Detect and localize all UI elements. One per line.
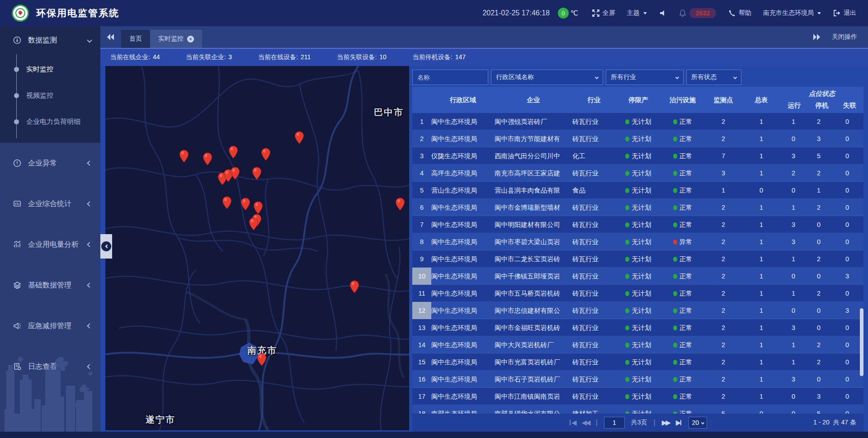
page-number-input[interactable] [604,417,625,429]
cell-total-meter: 1 [742,290,780,297]
map-marker[interactable] [253,201,263,214]
table-row[interactable]: 2阆中生态环境局阆中市南方节能建材有砖瓦行业无计划正常21030 [412,130,863,147]
map-marker[interactable] [395,198,405,211]
map-marker[interactable] [252,167,262,180]
cell-lost: 0 [831,290,863,297]
col-industry: 行业 [572,96,616,104]
table-row[interactable]: 4高坪生态环境局南充市高坪区王家店建砖瓦行业无计划正常31220 [412,165,863,182]
stat-online-devices: 当前在线设备:211 [258,53,311,61]
table-row[interactable]: 13阆中生态环境局阆中市金福旺页岩机砖砖瓦行业无计划正常21300 [412,319,863,336]
row-index: 2 [412,130,431,147]
map-marker[interactable] [179,150,189,163]
status-dot-green [625,257,629,262]
prev-page-button[interactable]: ◀◀ [582,419,590,427]
map-marker[interactable] [349,280,359,293]
status-dot-green [673,205,677,210]
status-dot-green [673,291,677,296]
sidebar-group-company-abnormal[interactable]: 企业异常 [0,149,100,177]
industry-filter-select[interactable]: 所有行业 [606,70,684,85]
stat-online-companies: 当前在线企业:44 [110,53,160,61]
sidebar-item-video[interactable]: 视频监控 [0,82,100,108]
gauge-icon [13,36,22,45]
table-row[interactable]: 15阆中生态环境局阆中市光富页岩机砖厂砖瓦行业无计划正常21120 [412,353,863,371]
double-chevron-right-icon[interactable] [813,34,820,40]
region-filter-select[interactable]: 行政区域名称 [491,70,603,85]
sidebar-group-base-data[interactable]: 基础数据管理 [0,271,100,299]
cell-run: 2 [780,170,807,177]
table-row[interactable]: 8阆中生态环境局阆中市枣碧大梁山页岩砖瓦行业无计划异常21300 [412,233,863,250]
bullet-icon [14,67,19,72]
cell-lost: 0 [831,118,863,125]
tab-realtime[interactable]: 实时监控 × [150,30,202,48]
sidebar-item-power-load[interactable]: 企业电力负荷明细 [0,108,100,135]
cell-monitor-points: 2 [704,393,742,400]
sidebar-group-company-stats[interactable]: 企业综合统计 [0,190,100,218]
map-marker[interactable] [261,148,271,161]
tab-home[interactable]: 首页 [121,30,150,48]
table-row[interactable]: 10阆中生态环境局阆中千佛镇五郎垭页岩砖瓦行业无计划正常21003 [412,268,863,285]
cell-region: 阆中生态环境局 [431,375,495,384]
cell-lost: 3 [831,273,863,280]
map-marker[interactable] [203,152,212,165]
table-row[interactable]: 11阆中生态环境局阆中市五马桥页岩机砖砖瓦行业无计划正常21120 [412,285,863,302]
cell-facility-status: 正常 [661,358,704,367]
name-filter[interactable] [412,70,488,85]
next-page-button[interactable]: ▶▶ [662,419,670,427]
col-facility: 治污设施 [661,96,704,104]
map-marker[interactable] [222,196,232,209]
page-size-select[interactable]: 20 [689,417,707,429]
sidebar-group-data-monitoring[interactable]: 数据监测 [0,26,100,54]
table-row[interactable]: 18南部生态环境局南部县砚华水泥有限公建材加工无计划正常50050 [412,405,863,414]
table-row[interactable]: 17阆中生态环境局阆中市江南镇阆南页岩砖瓦行业无计划正常21030 [412,388,863,405]
cell-stop-plan: 无计划 [616,306,661,315]
table-row[interactable]: 1阆中生态环境局阆中强锐页岩砖厂砖瓦行业无计划正常21120 [412,113,863,130]
map[interactable]: 巴中市南充市遂宁市 [105,66,409,430]
map-marker[interactable] [294,131,304,144]
table-row[interactable]: 12阆中生态环境局阆中市忠信建材有限公砖瓦行业无计划正常21003 [412,302,863,319]
cell-company: 南充市高坪区王家店建 [495,169,572,178]
table-row[interactable]: 16阆中生态环境局阆中市石子页岩机砖厂砖瓦行业无计划正常21300 [412,371,863,388]
cell-total-meter: 1 [742,152,780,160]
cell-stop-plan: 无计划 [616,272,661,281]
table-row[interactable]: 6阆中生态环境局阆中市金博瑞新型墙材砖瓦行业无计划正常21120 [412,199,863,216]
table-row[interactable]: 14阆中生态环境局阆中大兴页岩机砖厂砖瓦行业无计划正常21120 [412,336,863,353]
map-marker[interactable] [241,198,250,211]
map-marker[interactable] [257,353,267,366]
tab-close-icon[interactable]: × [187,36,194,42]
status-dot-green [625,222,629,227]
theme-dropdown[interactable]: 主题 [627,9,647,17]
cell-facility-status: 正常 [661,341,704,349]
cell-company: 阆中市金福旺页岩机砖 [495,324,572,332]
tabs-scroll-left-button[interactable] [100,26,121,48]
first-page-button[interactable]: ◀ [569,419,576,427]
map-marker[interactable] [228,146,238,159]
table-row[interactable]: 5营山生态环境局营山县润丰肉食品有限食品无计划正常10010 [412,182,863,199]
status-filter-select[interactable]: 所有状态 [686,70,741,85]
table-row[interactable]: 7阆中生态环境局阆中明阳建材有限公司砖瓦行业无计划正常21300 [412,216,863,233]
map-collapse-handle[interactable] [100,234,112,259]
cell-company: 阆中市二龙长宝页岩砖 [495,255,572,264]
map-pin-icon [349,280,359,293]
close-operations-button[interactable]: 关闭操作 [832,33,857,41]
sidebar-group-power-analysis[interactable]: 企业用电量分析 [0,231,100,259]
sidebar-group-emergency[interactable]: 应急减排管理 [0,312,100,340]
table-row[interactable]: 9阆中生态环境局阆中市二龙长宝页岩砖砖瓦行业无计划正常21120 [412,250,863,268]
chevron-down-icon [595,75,599,79]
cell-industry: 砖瓦行业 [572,341,616,349]
fullscreen-button[interactable]: 全屏 [592,9,615,17]
cell-facility-status: 正常 [661,135,704,143]
help-button[interactable]: 帮助 [728,9,751,17]
table-row[interactable]: 3仪陇生态环境局西南油气田分公司川中化工无计划正常71350 [412,147,863,165]
last-page-button[interactable]: ▶ [676,419,683,427]
map-marker[interactable] [249,217,259,231]
sidebar-item-realtime[interactable]: 实时监控 [0,56,100,82]
org-dropdown[interactable]: 南充市生态环境局 [763,9,821,17]
bell-icon [679,9,687,17]
logout-button[interactable]: 退出 [833,9,856,17]
row-index: 7 [412,216,431,233]
name-filter-input[interactable] [417,74,483,81]
map-marker[interactable] [230,167,240,180]
table-scrollbar[interactable] [860,308,863,376]
mute-button[interactable] [659,9,667,17]
notifications[interactable]: 2632 [679,8,716,18]
